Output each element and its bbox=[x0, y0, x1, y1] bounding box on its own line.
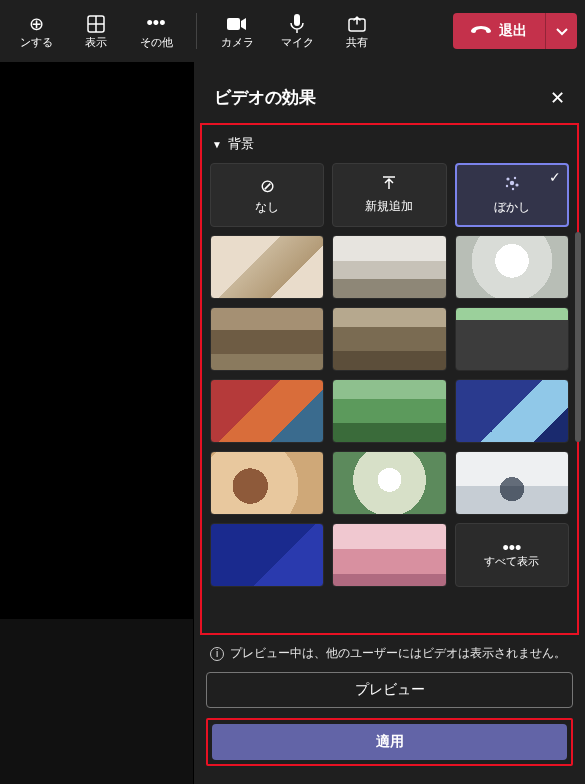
info-icon: i bbox=[210, 647, 224, 661]
bg-thumb[interactable] bbox=[210, 379, 324, 443]
camera-icon bbox=[227, 13, 247, 35]
tile-label: 新規追加 bbox=[365, 198, 413, 215]
bg-thumb[interactable] bbox=[210, 235, 324, 299]
ellipsis-icon: ••• bbox=[147, 13, 166, 35]
toolbar-label: カメラ bbox=[221, 35, 254, 50]
button-label: プレビュー bbox=[355, 681, 425, 699]
toolbar-label: ンする bbox=[20, 35, 53, 50]
toolbar-label: 表示 bbox=[85, 35, 107, 50]
bg-thumb[interactable] bbox=[210, 307, 324, 371]
svg-point-8 bbox=[506, 185, 508, 187]
tile-label: ぼかし bbox=[494, 199, 530, 216]
svg-point-11 bbox=[512, 188, 514, 190]
apply-highlight: 適用 bbox=[206, 718, 573, 766]
bg-blur[interactable]: ✓ ぼかし bbox=[455, 163, 569, 227]
blur-icon bbox=[503, 174, 521, 197]
view-button[interactable]: 表示 bbox=[68, 3, 124, 59]
mic-button[interactable]: マイク bbox=[269, 3, 325, 59]
section-label: 背景 bbox=[228, 135, 254, 153]
panel-title: ビデオの効果 bbox=[214, 86, 316, 109]
bg-thumb[interactable] bbox=[210, 451, 324, 515]
pin-button[interactable]: ⊕ ンする bbox=[8, 3, 64, 59]
chevron-down-icon bbox=[556, 22, 568, 40]
bg-thumb[interactable] bbox=[455, 235, 569, 299]
toolbar-label: その他 bbox=[140, 35, 173, 50]
tile-label: すべて表示 bbox=[484, 554, 539, 569]
grid-icon bbox=[87, 13, 105, 35]
toolbar-label: マイク bbox=[281, 35, 314, 50]
bg-thumb[interactable] bbox=[455, 451, 569, 515]
bg-none[interactable]: ⊘ なし bbox=[210, 163, 324, 227]
preview-info: i プレビュー中は、他のユーザーにはビデオは表示されません。 bbox=[206, 645, 573, 662]
share-icon bbox=[348, 13, 366, 35]
close-button[interactable]: ✕ bbox=[550, 87, 565, 109]
pin-icon: ⊕ bbox=[29, 13, 44, 35]
bg-thumb[interactable] bbox=[455, 307, 569, 371]
svg-point-6 bbox=[506, 177, 509, 180]
toolbar-label: 共有 bbox=[346, 35, 368, 50]
upload-icon bbox=[381, 175, 397, 196]
bg-thumb[interactable] bbox=[332, 235, 446, 299]
collapse-icon: ▼ bbox=[212, 139, 222, 150]
bg-thumb[interactable] bbox=[210, 523, 324, 587]
svg-rect-4 bbox=[294, 14, 300, 26]
bg-thumb[interactable] bbox=[332, 379, 446, 443]
ellipsis-icon: ••• bbox=[502, 542, 521, 554]
leave-label: 退出 bbox=[499, 22, 527, 40]
bg-add-new[interactable]: 新規追加 bbox=[332, 163, 446, 227]
hangup-icon bbox=[471, 23, 491, 39]
meeting-toolbar: ⊕ ンする 表示 ••• その他 カメラ マイク bbox=[0, 0, 585, 62]
none-icon: ⊘ bbox=[260, 175, 275, 197]
info-text: プレビュー中は、他のユーザーにはビデオは表示されません。 bbox=[230, 645, 566, 662]
bg-thumb[interactable] bbox=[332, 307, 446, 371]
video-effects-panel: ビデオの効果 ✕ ▼ 背景 ⊘ なし 新規追加 ✓ bbox=[193, 62, 585, 784]
section-header[interactable]: ▼ 背景 bbox=[208, 131, 571, 161]
self-preview bbox=[0, 619, 193, 784]
background-section: ▼ 背景 ⊘ なし 新規追加 ✓ ぼかし bbox=[200, 123, 579, 635]
bg-thumb[interactable] bbox=[332, 523, 446, 587]
close-icon: ✕ bbox=[550, 88, 565, 108]
tile-label: なし bbox=[255, 199, 279, 216]
leave-more-button[interactable] bbox=[545, 13, 577, 49]
svg-point-7 bbox=[514, 177, 516, 179]
preview-button[interactable]: プレビュー bbox=[206, 672, 573, 708]
check-icon: ✓ bbox=[549, 169, 561, 185]
scrollbar[interactable] bbox=[575, 232, 581, 442]
svg-point-9 bbox=[510, 181, 514, 185]
svg-point-10 bbox=[515, 183, 518, 186]
background-grid: ⊘ なし 新規追加 ✓ ぼかし bbox=[208, 161, 571, 589]
camera-button[interactable]: カメラ bbox=[209, 3, 265, 59]
bg-show-all[interactable]: ••• すべて表示 bbox=[455, 523, 569, 587]
leave-button[interactable]: 退出 bbox=[453, 13, 545, 49]
apply-button[interactable]: 適用 bbox=[212, 724, 567, 760]
share-button[interactable]: 共有 bbox=[329, 3, 385, 59]
separator bbox=[196, 13, 197, 49]
more-button[interactable]: ••• その他 bbox=[128, 3, 184, 59]
bg-thumb[interactable] bbox=[332, 451, 446, 515]
mic-icon bbox=[290, 13, 304, 35]
bg-thumb[interactable] bbox=[455, 379, 569, 443]
button-label: 適用 bbox=[376, 733, 404, 751]
svg-rect-3 bbox=[227, 18, 240, 30]
